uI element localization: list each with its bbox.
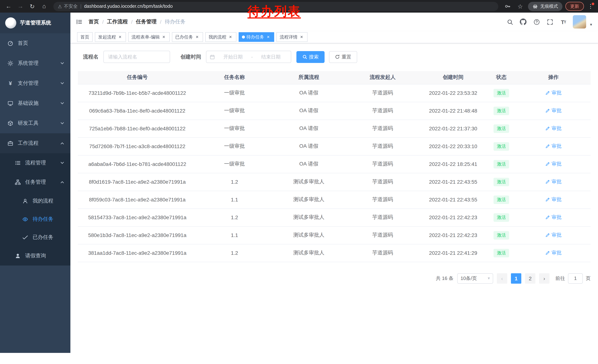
sidebar-item-devtools[interactable]: 研发工具 <box>0 113 70 133</box>
range-separator: - <box>251 54 253 60</box>
caret-down-icon[interactable]: ▾ <box>590 22 592 29</box>
cell-starter: 芋道源码 <box>346 226 420 244</box>
tree-icon <box>15 179 21 185</box>
approve-link[interactable]: 审批 <box>545 178 562 185</box>
help-icon[interactable] <box>533 18 540 25</box>
notification-dot <box>592 3 594 5</box>
sidebar-item-task-management[interactable]: 任务管理 <box>0 173 70 192</box>
table-row: 8f059c03-7ac8-11ec-a9e2-a2380e71991a 1.1… <box>78 191 590 209</box>
tab-home[interactable]: 首页 <box>77 32 93 42</box>
table-row: 73211d9d-7b9b-11ec-b5b7-acde48001122 一级审… <box>78 84 590 102</box>
approve-link[interactable]: 审批 <box>545 90 562 96</box>
navbar-tools: TT ▾ <box>506 15 592 29</box>
tab-form-edit[interactable]: 流程表单-编辑× <box>128 32 170 42</box>
pagination: 共 16 条 10条/页 ▾ ‹ 1 2 › 前往 页 <box>78 273 590 295</box>
breadcrumb-workflow[interactable]: 工作流程 <box>107 18 128 25</box>
sidebar-item-payment[interactable]: ¥ 支付管理 <box>0 73 70 93</box>
back-icon[interactable]: ← <box>4 1 13 11</box>
next-page-button[interactable]: › <box>539 273 549 283</box>
cell-created: 2022-01-21 22:41:29 <box>420 244 486 262</box>
user-avatar[interactable] <box>573 15 586 29</box>
process-name-input[interactable] <box>103 51 170 63</box>
sidebar-item-done-task[interactable]: 已办任务 <box>0 228 70 246</box>
search-button[interactable]: 搜索 <box>296 51 324 63</box>
update-button[interactable]: 更新 <box>565 2 584 11</box>
approve-link[interactable]: 审批 <box>545 214 562 221</box>
fullscreen-icon[interactable] <box>546 18 554 25</box>
breadcrumb-home[interactable]: 首页 <box>89 18 99 25</box>
cell-status: 激活 <box>486 191 516 209</box>
browser-menu-icon[interactable]: ⋮ <box>587 3 594 10</box>
tab-process-detail[interactable]: 流程详情× <box>276 32 307 42</box>
logo-avatar <box>5 17 16 29</box>
sidebar-item-system[interactable]: 系统管理 <box>0 53 70 73</box>
bookmark-star-icon[interactable]: ☆ <box>515 1 525 11</box>
close-icon[interactable]: × <box>228 34 233 40</box>
sidebar-item-infrastructure[interactable]: 基础设施 <box>0 93 70 113</box>
tab-my-process[interactable]: 我的流程× <box>205 32 236 42</box>
reset-button[interactable]: 重置 <box>329 51 357 63</box>
dashboard-icon <box>8 40 13 46</box>
cell-action: 审批 <box>516 173 590 191</box>
app-logo[interactable]: 芋道管理系统 <box>0 13 70 33</box>
close-icon[interactable]: × <box>299 34 304 40</box>
goto-page-input[interactable] <box>568 273 583 283</box>
sidebar-item-my-process[interactable]: 我的流程 <box>0 192 70 210</box>
cell-task-id: 73211d9d-7b9b-11ec-b5b7-acde48001122 <box>78 84 197 102</box>
page-button-2[interactable]: 2 <box>525 273 535 283</box>
goto-suffix: 页 <box>586 275 590 282</box>
cell-starter: 芋道源码 <box>346 84 420 102</box>
approve-link[interactable]: 审批 <box>545 232 562 238</box>
page-size-select[interactable]: 10条/页 ▾ <box>457 273 493 283</box>
approve-link[interactable]: 审批 <box>545 196 562 203</box>
cube-icon <box>8 120 13 126</box>
page-button-1[interactable]: 1 <box>511 273 521 283</box>
tab-todo-task[interactable]: 待办任务× <box>239 32 274 42</box>
close-icon[interactable]: × <box>117 34 123 40</box>
cell-process: OA 请假 <box>272 102 346 120</box>
approve-link[interactable]: 审批 <box>545 125 562 132</box>
security-chip[interactable]: ⚠ 不安全 <box>58 3 78 9</box>
cell-starter: 芋道源码 <box>346 155 420 173</box>
cell-created: 2022-01-21 22:42:23 <box>420 226 486 244</box>
caret-down-icon: ▾ <box>488 276 490 281</box>
home-icon[interactable]: ⌂ <box>39 1 49 11</box>
sidebar-item-workflow[interactable]: 工作流程 <box>0 133 70 153</box>
edit-icon <box>545 144 550 149</box>
cell-action: 审批 <box>516 102 590 120</box>
monitor-icon <box>8 100 13 106</box>
approve-link[interactable]: 审批 <box>545 143 562 150</box>
close-icon[interactable]: × <box>161 34 166 40</box>
approve-link[interactable]: 审批 <box>545 250 562 256</box>
tab-start-process[interactable]: 发起流程× <box>95 32 126 42</box>
sidebar-item-leave-query[interactable]: 请假查询 <box>0 246 70 266</box>
forward-icon[interactable]: → <box>16 1 25 11</box>
date-range-picker[interactable]: 开始日期 - 结束日期 <box>206 51 291 63</box>
prev-page-button[interactable]: ‹ <box>497 273 507 283</box>
close-icon[interactable]: × <box>194 34 200 40</box>
sidebar-collapse-icon[interactable] <box>76 18 83 25</box>
app-title: 芋道管理系统 <box>20 20 51 26</box>
tab-done-task[interactable]: 已办任务× <box>172 32 203 42</box>
sidebar-item-home[interactable]: 首页 <box>0 33 70 53</box>
status-badge: 激活 <box>493 89 509 97</box>
cell-created: 2022-01-21 22:43:55 <box>420 191 486 209</box>
sidebar-item-todo-task[interactable]: 待办任务 <box>0 210 70 228</box>
cell-action: 审批 <box>516 138 590 155</box>
key-icon[interactable] <box>503 1 512 11</box>
create-time-label: 创建时间 <box>180 54 201 60</box>
close-icon[interactable]: × <box>266 34 271 40</box>
approve-link[interactable]: 审批 <box>545 161 562 167</box>
breadcrumb-separator: / <box>102 19 104 25</box>
breadcrumb-task-management[interactable]: 任务管理 <box>136 18 157 25</box>
cell-task-id: 58154733-7ac8-11ec-a9e2-a2380e71991a <box>78 209 197 226</box>
sidebar-item-process-management[interactable]: 流程管理 <box>0 153 70 173</box>
reload-icon[interactable]: ↻ <box>27 1 37 11</box>
font-size-icon[interactable]: TT <box>560 18 567 25</box>
gear-icon <box>8 60 13 66</box>
approve-link[interactable]: 审批 <box>545 107 562 114</box>
breadcrumb-current: 待办任务 <box>165 18 185 25</box>
search-icon[interactable] <box>506 18 514 25</box>
cell-process: OA 请假 <box>272 138 346 155</box>
github-icon[interactable] <box>520 18 527 25</box>
